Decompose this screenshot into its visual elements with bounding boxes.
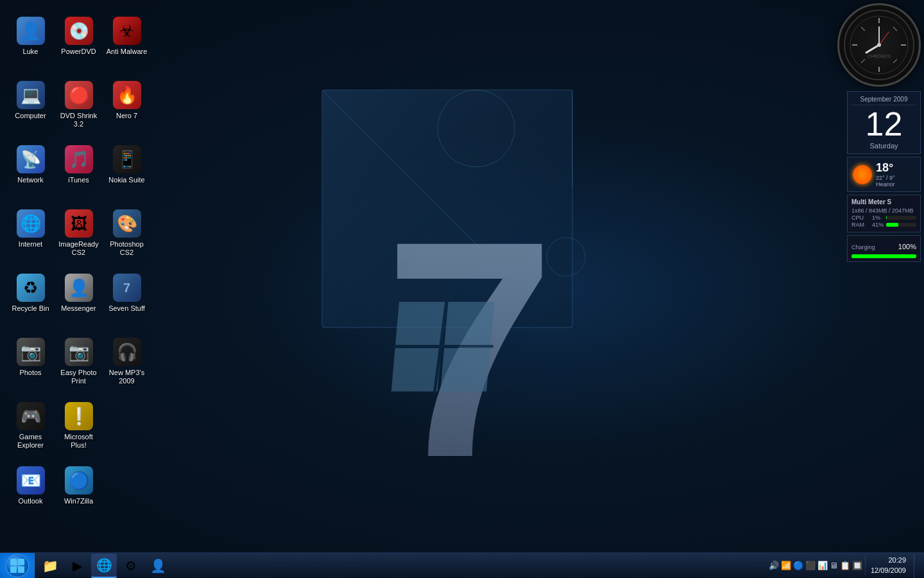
msplus-icon-img: ❕ [65, 402, 93, 430]
icon-msplus[interactable]: ❕ Microsoft Plus! [55, 398, 103, 462]
icon-easyprint-label: Easy Photo Print [57, 369, 100, 385]
taskbar-ie-icon[interactable]: 🌐 [91, 554, 117, 578]
tray-icon-5[interactable]: 📊 [817, 561, 828, 570]
icon-antimalware[interactable]: ☣ Anti Malware [103, 13, 151, 77]
svg-point-20 [877, 43, 881, 47]
taskbar-right: 🔊 📶 🔵 ⬛ 📊 🖥 📋 🔲 20:29 12/09/2009 [764, 554, 924, 578]
battery-percent: 100% [898, 239, 916, 252]
battery-suffix: % [910, 243, 916, 250]
weather-sun-icon [853, 165, 872, 184]
icon-win7zilla[interactable]: 🔵 Win7Zilla [55, 462, 103, 527]
tray-icon-7[interactable]: 📋 [840, 561, 850, 570]
photos-icon-img: 📷 [17, 338, 45, 366]
svg-line-14 [893, 27, 897, 31]
battery-bar-bg [851, 254, 916, 258]
games-icon-img: 🎮 [17, 402, 45, 430]
icon-internet[interactable]: 🌐 Internet [6, 206, 55, 270]
svg-rect-22 [10, 559, 17, 565]
taskbar-media-icon[interactable]: ▶ [64, 554, 90, 578]
icon-nero7[interactable]: 🔥 Nero 7 [103, 77, 151, 141]
taskbar-clock-time: 20:29 [871, 556, 906, 565]
icon-luke[interactable]: 👤 Luke [6, 13, 55, 77]
icon-photoshop-label: Photoshop CS2 [105, 240, 148, 257]
icon-itunes-label: iTunes [68, 176, 89, 184]
calendar-widget: September 2009 12 Saturday [847, 91, 921, 154]
icon-computer[interactable]: 💻 Computer [6, 77, 55, 141]
meter-title: Multi Meter S [851, 198, 916, 206]
battery-widget: Charging 100% [847, 235, 921, 262]
svg-rect-25 [18, 566, 24, 573]
meter-widget: Multi Meter S 1x86 / 843MB / 2047MB CPU … [847, 195, 921, 232]
recycle-icon-img: ♻ [17, 274, 45, 302]
win7-logo-bg: 7 [290, 71, 726, 507]
icon-imageready[interactable]: 🖼 ImageReady CS2 [55, 206, 103, 270]
taskbar-explorer-icon[interactable]: 📁 [37, 554, 63, 578]
ram-val: 41% [872, 222, 884, 228]
network-icon-img: 📡 [17, 145, 45, 173]
icon-internet-label: Internet [19, 240, 42, 249]
tray-icon-2[interactable]: 📶 [781, 561, 791, 570]
meter-line1: 1x86 / 843MB / 2047MB [851, 207, 916, 214]
tray-icon-1[interactable]: 🔊 [769, 561, 779, 570]
tray-icon-3[interactable]: 🔵 [793, 561, 803, 570]
start-orb [6, 554, 29, 577]
system-tray: 🔊 📶 🔵 ⬛ 📊 🖥 📋 🔲 [769, 561, 862, 570]
battery-bar [851, 254, 916, 258]
icon-powerdvd[interactable]: 💿 PowerDVD [55, 13, 103, 77]
icon-msplus-label: Microsoft Plus! [57, 433, 100, 450]
icon-dvdshrink[interactable]: 🔴 DVD Shrink 3.2 [55, 77, 103, 141]
luke-icon-img: 👤 [17, 17, 45, 45]
cpu-bar-bg [886, 216, 916, 220]
icon-network-label: Network [17, 176, 43, 184]
icon-computer-label: Computer [15, 112, 46, 120]
cpu-meter-row: CPU 1% [851, 215, 916, 221]
svg-line-13 [861, 27, 865, 31]
icon-nokia-label: Nokia Suite [108, 176, 144, 184]
icon-games[interactable]: 🎮 Games Explorer [6, 398, 55, 462]
windows-logo-icon [10, 559, 24, 573]
start-button[interactable] [0, 553, 35, 579]
icon-luke-label: Luke [23, 48, 38, 56]
icon-outlook[interactable]: 📧 Outlook [6, 462, 55, 527]
icon-nero7-label: Nero 7 [116, 112, 137, 120]
icon-nokia[interactable]: 📱 Nokia Suite [103, 141, 151, 206]
sevenstuff-icon-img: 7 [113, 274, 141, 302]
imageready-icon-img: 🖼 [65, 209, 93, 238]
taskbar: 📁 ▶ 🌐 ⚙ 👤 🔊 📶 🔵 ⬛ 📊 🖥 [0, 552, 924, 578]
svg-rect-23 [18, 559, 24, 565]
taskbar-app1-icon[interactable]: ⚙ [118, 554, 144, 578]
ram-meter-row: RAM 41% [851, 222, 916, 228]
clock-svg: CHRONOS [847, 13, 911, 77]
calendar-date: 12 [851, 107, 916, 141]
icon-easyprint[interactable]: 📷 Easy Photo Print [55, 334, 103, 398]
computer-icon-img: 💻 [17, 81, 45, 109]
tray-icon-4[interactable]: ⬛ [805, 561, 816, 570]
icon-network[interactable]: 📡 Network [6, 141, 55, 206]
icon-antimalware-label: Anti Malware [107, 48, 148, 56]
taskbar-app2-icon[interactable]: 👤 [145, 554, 171, 578]
taskbar-clock[interactable]: 20:29 12/09/2009 [865, 556, 911, 575]
icon-messenger[interactable]: 👤 Messenger [55, 270, 103, 334]
icon-photoshop[interactable]: 🎨 Photoshop CS2 [103, 206, 151, 270]
easyprint-icon-img: 📷 [65, 338, 93, 366]
icon-games-label: Games Explorer [9, 433, 52, 450]
weather-temp: 18° [876, 161, 915, 175]
internet-icon-img: 🌐 [17, 209, 45, 238]
icon-sevenstuff-label: Seven Stuff [108, 304, 145, 313]
icon-newmp3-label: New MP3's 2009 [105, 369, 148, 385]
show-desktop-button[interactable] [914, 554, 919, 578]
icon-newmp3[interactable]: 🎧 New MP3's 2009 [103, 334, 151, 398]
icon-photos[interactable]: 📷 Photos [6, 334, 55, 398]
icon-itunes[interactable]: 🎵 iTunes [55, 141, 103, 206]
icon-sevenstuff[interactable]: 7 Seven Stuff [103, 270, 151, 334]
weather-location: Heanor [876, 181, 915, 188]
taskbar-clock-date: 12/09/2009 [871, 566, 906, 575]
icon-recycle[interactable]: ♻ Recycle Bin [6, 270, 55, 334]
icon-win7zilla-label: Win7Zilla [64, 497, 93, 505]
tray-icon-6[interactable]: 🖥 [830, 561, 838, 570]
itunes-icon-img: 🎵 [65, 145, 93, 173]
icon-imageready-label: ImageReady CS2 [57, 240, 100, 257]
nokia-icon-img: 📱 [113, 145, 141, 173]
tray-icon-8[interactable]: 🔲 [852, 561, 862, 570]
win7zilla-icon-img: 🔵 [65, 466, 93, 495]
